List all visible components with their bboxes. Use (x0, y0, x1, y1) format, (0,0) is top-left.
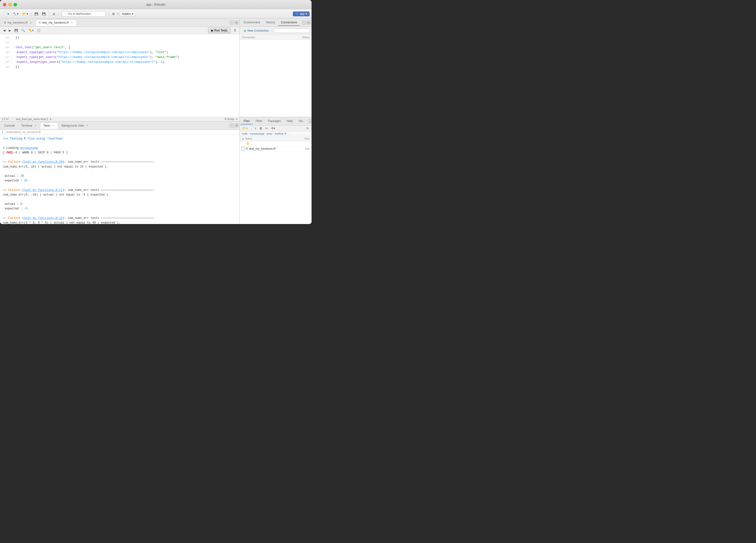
app-label: app (300, 12, 305, 16)
print-button[interactable]: 🖨 (51, 11, 57, 16)
back-btn[interactable]: ◀ (2, 28, 7, 33)
tab-terminal-label: Terminal (21, 124, 32, 127)
run-tests-label: Run Tests (214, 29, 227, 32)
wand-btn[interactable]: ✏️▾ (27, 28, 35, 33)
files-rename-btn[interactable]: ✏ (264, 126, 269, 130)
settings-btn[interactable]: ☰ (232, 28, 238, 33)
tab-packages[interactable]: Packages (265, 118, 284, 124)
new-connection-label: New Connection (248, 29, 269, 32)
files-refresh-btn[interactable]: ↻ (305, 126, 310, 130)
forward-btn[interactable]: ▶ (8, 28, 12, 33)
open-file-button[interactable]: 📂 ▾ (21, 11, 29, 16)
right-bottom-tab-bar: Files Plots Packages Help Vie… (240, 117, 312, 125)
tab-background-jobs[interactable]: Background Jobs ✕ (58, 122, 92, 128)
output-failure-3-header: ── Failure (test_my_functions.R:12): sum… (3, 216, 237, 220)
go-to-file-input[interactable]: → Go to file/function (62, 11, 106, 17)
output-blank-2 (3, 155, 237, 160)
open-icon: 📂 (22, 12, 26, 16)
tab-close-my-functions[interactable]: ✕ (29, 21, 33, 24)
myrpackage-link[interactable]: myrpackage (20, 146, 38, 150)
app-icon: 🔷 (295, 12, 299, 16)
run-tests-button[interactable]: ▶ Run Tests (208, 27, 230, 33)
output-line-1: ==> Testing R file using 'testthat' (3, 137, 237, 141)
tab-close-test-my-functions[interactable]: ✕ (70, 21, 74, 24)
save-file-btn[interactable]: 💾 (13, 28, 19, 33)
copy-btn[interactable]: 📋 (36, 28, 42, 33)
minimize-console-btn[interactable]: ─ (230, 123, 234, 127)
files-content: 📁 .. R test_my_functions.R 630 (240, 141, 312, 224)
tab-console[interactable]: Console (1, 122, 18, 128)
close-button[interactable] (3, 3, 6, 6)
minimize-right-top-btn[interactable]: ─ (302, 21, 306, 25)
editor-tab-bar: R my_functions.R ✕ R test_my_functions.R… (0, 18, 240, 27)
breadcrumb-tests[interactable]: tests (267, 132, 272, 135)
file-link-10[interactable]: test_my_functions.R:10 (24, 160, 62, 164)
tab-history[interactable]: History (263, 19, 278, 26)
status-function: 📄 (11, 118, 14, 121)
tab-my-functions[interactable]: R my_functions.R ✕ (1, 19, 36, 26)
maximize-console-btn[interactable]: ⊡ (235, 123, 239, 127)
tab-terminal-close[interactable]: ✕ (34, 124, 37, 127)
tab-tests[interactable]: Tests ✕ (40, 122, 58, 129)
addins-button[interactable]: Addins ▾ (120, 11, 136, 17)
minimize-button[interactable] (8, 3, 12, 6)
maximize-right-top-btn[interactable]: ⊡ (307, 21, 311, 25)
tab-viewer[interactable]: Vie… (295, 118, 308, 124)
maximize-editor-btn[interactable]: ⊡ (235, 21, 239, 25)
new-project-button[interactable]: 🔧 ▾ (11, 11, 20, 16)
tab-test-my-functions[interactable]: R test_my_functions.R ✕ (36, 19, 77, 26)
r-file-icon-1: R (4, 21, 6, 24)
tab-help[interactable]: Help (284, 118, 296, 124)
file-link-11[interactable]: test_my_functions.R:11 (24, 188, 62, 192)
go-to-file-icon: → (65, 12, 67, 16)
file-checkbox-test-my-functions[interactable] (242, 147, 245, 150)
console-section: Console Terminal ✕ Tests ✕ Background Jo… (0, 121, 240, 224)
breadcrumb-code[interactable]: code (242, 132, 248, 135)
connections-toolbar: ⊕ New Connection (240, 27, 312, 35)
console-info-icon: ℹ (2, 130, 3, 134)
tab-plots[interactable]: Plots (253, 118, 265, 124)
tab-environment[interactable]: Environment (241, 19, 263, 26)
console-tab-bar: Console Terminal ✕ Tests ✕ Background Jo… (0, 121, 240, 130)
tab-terminal[interactable]: Terminal ✕ (18, 122, 40, 128)
tab-connections[interactable]: Connections (278, 19, 300, 26)
script-type-dropdown[interactable]: ▾ (236, 118, 238, 121)
new-file-button[interactable]: 📄 ▾ (2, 11, 10, 16)
new-connection-button[interactable]: ⊕ New Connection (242, 27, 271, 34)
breadcrumb-more[interactable]: … (288, 132, 290, 135)
right-bottom-panel-controls: ─ ⊡ (309, 119, 312, 123)
status-function-dropdown[interactable]: ▾ (50, 118, 51, 121)
tab-connections-label: Connections (281, 21, 297, 24)
file-link-12[interactable]: test_my_functions.R:12 (24, 216, 62, 220)
files-more-btn[interactable]: ⚙▾ (270, 126, 277, 130)
files-delete-btn[interactable]: 🗑 (258, 126, 264, 130)
files-new-folder-btn[interactable]: 📁+ (241, 126, 249, 130)
files-toolbar: 📁+ 📄+ 🗑 ✏ ⚙▾ ↻ (240, 125, 312, 131)
breadcrumb-myrpackage[interactable]: myrpackage (250, 132, 264, 135)
code-editor[interactable]: 13 ~ }) 14 15 ~ test_that("get_users tes… (0, 34, 240, 117)
breadcrumb-testthat[interactable]: testthat (275, 132, 283, 135)
maximize-button[interactable] (14, 3, 17, 6)
tab-tests-close[interactable]: ✕ (52, 124, 55, 127)
app-menu-button[interactable]: 🔷 app ▾ (293, 11, 310, 16)
layout-button[interactable]: ⊞ (111, 11, 116, 16)
minimize-editor-btn[interactable]: ─ (230, 21, 234, 25)
tab-background-jobs-close[interactable]: ✕ (85, 124, 89, 127)
file-row-parent[interactable]: 📁 .. (240, 141, 312, 146)
files-table-header: ▲ Name Size (240, 136, 312, 141)
file-name-test-my-functions: test_my_functions.R (249, 147, 299, 150)
connections-search-input[interactable] (274, 28, 310, 33)
files-new-file-btn[interactable]: 📄+ (250, 126, 258, 130)
tab-console-label: Console (4, 124, 15, 127)
left-panel: R my_functions.R ✕ R test_my_functions.R… (0, 18, 240, 224)
code-line-14: 14 (0, 40, 240, 45)
save-button[interactable]: 💾 (33, 11, 40, 16)
search-btn[interactable]: 🔍 (20, 28, 26, 33)
file-row-test-my-functions[interactable]: R test_my_functions.R 630 (240, 146, 312, 151)
minimize-right-bottom-btn[interactable]: ─ (309, 119, 312, 123)
file-name-parent: .. (251, 142, 299, 145)
console-path-text: .../testthat/test_my_functions.R (4, 130, 41, 133)
tab-files[interactable]: Files (241, 118, 253, 124)
new-file-dropdown-icon: ▾ (8, 12, 9, 16)
save-all-button[interactable]: 💾 (41, 11, 47, 16)
